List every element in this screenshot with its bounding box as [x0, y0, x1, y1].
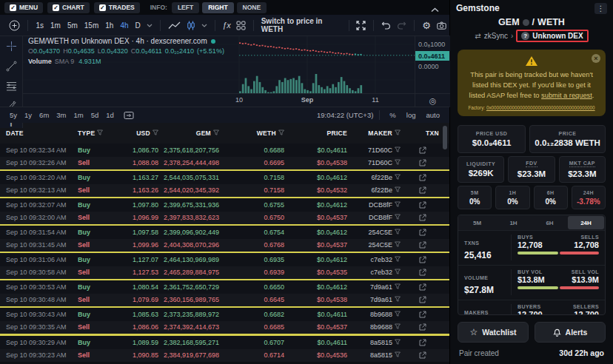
cell-maker[interactable]: c7eb32: [350, 269, 403, 276]
column-header-maker[interactable]: MAKER: [350, 129, 403, 137]
indicators-icon[interactable]: ƒx: [220, 21, 233, 30]
filter-funnel-icon[interactable]: [395, 296, 401, 303]
timeframe-D[interactable]: D: [132, 21, 144, 30]
cell-maker[interactable]: 71D60C: [350, 159, 403, 166]
timeframe-15m[interactable]: 15m: [81, 21, 101, 30]
goto-date-icon[interactable]: [121, 111, 137, 120]
timeframe-5m[interactable]: 5m: [64, 21, 81, 30]
timeframe-1s[interactable]: 1s: [33, 21, 47, 30]
redo-icon[interactable]: [394, 21, 409, 30]
filter-funnel-icon[interactable]: [395, 241, 401, 249]
kebab-menu-icon[interactable]: ⋮: [594, 3, 607, 14]
filter-funnel-icon[interactable]: [395, 146, 401, 154]
trendline-tool-icon[interactable]: [6, 61, 17, 75]
filter-funnel-icon[interactable]: [395, 201, 401, 209]
table-scrollbar-thumb[interactable]: [443, 126, 447, 149]
range-1y[interactable]: 1y: [21, 111, 36, 119]
chain-name[interactable]: zkSync: [484, 32, 508, 40]
warning-close-icon[interactable]: ×: [592, 54, 600, 63]
txn-link-icon[interactable]: [403, 339, 442, 346]
menu-toggle-menu[interactable]: ✓MENU: [4, 2, 43, 13]
cell-maker[interactable]: 7d9a61: [350, 296, 403, 303]
chart-legend-title[interactable]: GEM/WETH on Unknown DEX · 4h · dexscreen…: [28, 37, 207, 45]
range-1m[interactable]: 1m: [70, 111, 87, 119]
change-box-6h[interactable]: 6H0%: [534, 186, 568, 209]
cell-maker[interactable]: 254C5E: [350, 241, 403, 249]
table-row[interactable]: Sep 10 09:32:26 AMSell1,088.082,378,254,…: [0, 157, 449, 170]
info-option-left[interactable]: LEFT: [172, 2, 199, 13]
filter-funnel-icon[interactable]: [278, 129, 284, 137]
cell-maker[interactable]: 8b9688: [350, 311, 403, 318]
table-row[interactable]: Sep 10 09:31:54 AMBuy1,097.582,399,096,9…: [0, 226, 449, 239]
table-scrollbar[interactable]: [443, 126, 447, 361]
dex-name-highlighted[interactable]: ? Unknown DEX: [516, 30, 588, 42]
stats-tab-6h[interactable]: 6H: [532, 216, 568, 229]
range-1d[interactable]: 1d: [102, 111, 118, 119]
cell-maker[interactable]: c7eb32: [350, 256, 403, 263]
table-row[interactable]: Sep 10 09:32:34 AMBuy1,086.702,375,618,2…: [0, 144, 449, 157]
cell-maker[interactable]: 6f22Be: [350, 186, 403, 194]
cell-maker[interactable]: 8a5815: [350, 351, 403, 359]
watchlist-button[interactable]: ☆ Watchlist: [458, 322, 529, 343]
line-chart-type-icon[interactable]: [165, 21, 184, 30]
column-header-usd[interactable]: USD: [104, 129, 161, 137]
txn-link-icon[interactable]: [403, 241, 442, 249]
column-header-weth[interactable]: WETH: [222, 129, 287, 137]
scale-log[interactable]: log: [403, 111, 420, 119]
txn-link-icon[interactable]: [403, 174, 442, 181]
cell-maker[interactable]: 254C5E: [350, 229, 403, 236]
table-row[interactable]: Sep 10 09:31:45 AMSell1,099.962,404,308,…: [0, 239, 449, 252]
range-5d[interactable]: 5d: [87, 111, 103, 119]
txn-link-icon[interactable]: [403, 351, 442, 359]
table-row[interactable]: Sep 10 09:30:43 AMBuy1,085.632,373,235,8…: [0, 308, 449, 321]
cell-maker[interactable]: 71D60C: [350, 146, 403, 154]
filter-funnel-icon[interactable]: [153, 129, 158, 137]
submit-request-link[interactable]: submit a request: [541, 92, 592, 99]
filter-funnel-icon[interactable]: [395, 229, 401, 236]
scale-auto[interactable]: auto: [423, 111, 444, 119]
filter-funnel-icon[interactable]: [395, 186, 401, 194]
factory-address-link[interactable]: 0x00000000000000000000000000000000000000…: [486, 105, 595, 110]
cell-maker[interactable]: DCB8fF: [350, 214, 403, 221]
timeframe-1m[interactable]: 1m: [47, 21, 64, 30]
txn-link-icon[interactable]: [403, 296, 442, 303]
table-row[interactable]: Sep 10 09:30:53 AMBuy1,080.542,361,752,6…: [0, 280, 449, 294]
fullscreen-icon[interactable]: [353, 21, 369, 30]
txn-link-icon[interactable]: [403, 146, 442, 154]
range-5y[interactable]: 5y: [6, 111, 21, 119]
txn-link-icon[interactable]: [403, 159, 442, 166]
filter-funnel-icon[interactable]: [395, 283, 401, 291]
layout-grid-icon[interactable]: [233, 21, 249, 30]
camera-snapshot-icon[interactable]: [434, 21, 449, 30]
clock-utc[interactable]: 19:04:22 (UTC+3): [317, 111, 373, 119]
price-chart[interactable]: GEM/WETH on Unknown DEX · 4h · dexscreen…: [22, 36, 415, 93]
filter-funnel-icon[interactable]: [395, 323, 401, 331]
column-header-price[interactable]: PRICE: [287, 129, 350, 137]
filter-funnel-icon[interactable]: [395, 351, 401, 359]
filter-funnel-icon[interactable]: [395, 256, 401, 263]
add-symbol-icon[interactable]: [6, 20, 23, 31]
timeframe-dropdown-icon[interactable]: [144, 24, 155, 27]
switch-price-denom-button[interactable]: Switch to price in WETH: [258, 17, 344, 33]
table-row[interactable]: Sep 10 09:30:58 AMSell1,127.532,465,289,…: [0, 266, 449, 280]
alerts-button[interactable]: Alerts: [535, 322, 606, 343]
filter-funnel-icon[interactable]: [395, 129, 401, 137]
txn-link-icon[interactable]: [403, 283, 442, 291]
table-row[interactable]: Sep 10 09:32:13 AMSell1,163.262,544,020,…: [0, 184, 449, 198]
menu-toggle-chart[interactable]: ✓CHART: [47, 2, 90, 13]
chart-type-dropdown-icon[interactable]: [198, 24, 210, 27]
collapse-toolbar-icon[interactable]: [431, 2, 439, 16]
table-row[interactable]: Sep 10 09:30:29 AMBuy1,089.592,382,168,5…: [0, 336, 449, 349]
undo-icon[interactable]: [378, 21, 394, 30]
txn-link-icon[interactable]: [403, 256, 442, 263]
filter-funnel-icon[interactable]: [213, 129, 219, 137]
filter-funnel-icon[interactable]: [395, 339, 401, 346]
filter-funnel-icon[interactable]: [395, 269, 401, 276]
txn-link-icon[interactable]: [403, 269, 442, 276]
txn-link-icon[interactable]: [403, 229, 442, 236]
timeframe-4h[interactable]: 4h: [117, 21, 132, 30]
filter-funnel-icon[interactable]: [395, 214, 401, 221]
cell-maker[interactable]: 8a5815: [350, 339, 403, 346]
table-row[interactable]: Sep 10 09:30:48 AMSell1,079.692,360,156,…: [0, 294, 449, 307]
info-option-none[interactable]: NONE: [237, 2, 267, 13]
